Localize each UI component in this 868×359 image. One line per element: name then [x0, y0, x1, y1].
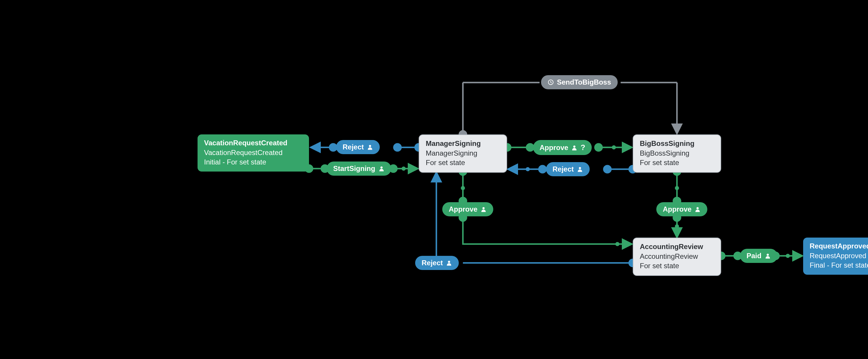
edge-reject-accounting-to-manager — [418, 173, 633, 263]
badge-label: Approve — [663, 205, 691, 214]
node-title: RequestApproved — [810, 242, 868, 251]
node-meta: For set state — [426, 158, 500, 167]
node-meta: For set state — [640, 158, 714, 167]
user-icon — [694, 206, 701, 213]
svg-point-13 — [526, 167, 530, 171]
svg-point-10 — [612, 145, 616, 150]
svg-point-16 — [461, 186, 465, 190]
node-title: ManagerSigning — [426, 139, 500, 148]
svg-point-30 — [448, 261, 450, 263]
svg-point-25 — [574, 145, 576, 148]
node-subtitle: ManagerSigning — [426, 149, 500, 158]
badge-label: Approve — [449, 205, 477, 214]
user-icon — [571, 144, 578, 151]
svg-point-7 — [402, 166, 406, 171]
badge-label: Paid — [747, 252, 762, 260]
badge-label: SendToBigBoss — [557, 78, 611, 86]
svg-point-31 — [767, 254, 769, 256]
node-accounting-review[interactable]: AccountingReview AccountingReview For se… — [633, 237, 721, 276]
node-title: VacationRequestCreated — [204, 138, 303, 148]
user-icon — [378, 165, 385, 172]
user-icon — [367, 144, 373, 150]
badge-reject[interactable]: Reject — [336, 140, 380, 154]
node-subtitle: BigBossSigning — [640, 149, 714, 158]
badge-label: Approve — [539, 143, 568, 152]
svg-point-17 — [615, 242, 619, 246]
node-subtitle: VacationRequestCreated — [204, 148, 303, 157]
user-icon — [765, 253, 771, 259]
badge-startsigning[interactable]: StartSigning — [327, 162, 391, 176]
node-title: BigBossSigning — [640, 139, 714, 148]
svg-point-24 — [380, 166, 382, 169]
badge-label: Reject — [553, 165, 574, 173]
node-manager-signing[interactable]: ManagerSigning ManagerSigning For set st… — [418, 134, 507, 173]
clock-icon — [548, 79, 554, 86]
workflow-diagram: VacationRequestCreated VacationRequestCr… — [0, 0, 868, 359]
user-icon — [446, 260, 452, 266]
badge-approve[interactable]: Approve — [442, 202, 493, 216]
svg-point-18 — [675, 186, 679, 190]
edge-sendtobigboss — [463, 83, 677, 134]
node-subtitle: RequestApproved — [810, 252, 868, 261]
svg-point-22 — [786, 254, 790, 258]
node-title: AccountingReview — [640, 242, 714, 252]
user-icon — [480, 206, 487, 213]
node-vacation-request-created[interactable]: VacationRequestCreated VacationRequestCr… — [197, 134, 309, 171]
question-icon: ? — [581, 143, 585, 152]
svg-point-19 — [675, 224, 679, 228]
svg-point-29 — [697, 207, 699, 209]
node-bigboss-signing[interactable]: BigBossSigning BigBossSigning For set st… — [633, 134, 721, 173]
svg-point-23 — [369, 145, 371, 147]
node-subtitle: AccountingReview — [640, 252, 714, 261]
badge-sendtobigboss[interactable]: SendToBigBoss — [541, 75, 618, 89]
badge-approve[interactable]: Approve ? — [533, 140, 592, 155]
node-meta: Initial - For set state — [204, 158, 303, 167]
badge-reject[interactable]: Reject — [546, 162, 590, 176]
node-meta: For set state — [640, 261, 714, 270]
badge-paid[interactable]: Paid — [740, 249, 777, 263]
badge-reject[interactable]: Reject — [415, 256, 459, 270]
svg-point-28 — [483, 207, 485, 209]
node-request-approved[interactable]: RequestApproved RequestApproved Final - … — [803, 237, 868, 275]
badge-label: Reject — [343, 143, 364, 151]
edges-layer — [0, 0, 868, 359]
svg-point-26 — [579, 167, 581, 169]
node-meta: Final - For set state — [810, 261, 868, 270]
user-icon — [577, 166, 583, 172]
badge-label: StartSigning — [333, 164, 375, 173]
badge-approve[interactable]: Approve — [656, 202, 707, 216]
badge-label: Reject — [422, 259, 443, 267]
